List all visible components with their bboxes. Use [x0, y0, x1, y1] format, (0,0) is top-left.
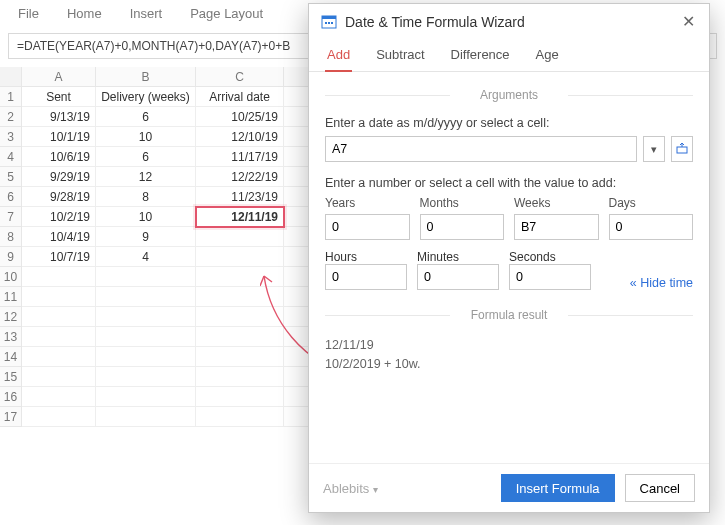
hide-time-link[interactable]: « Hide time [630, 276, 693, 290]
col-header[interactable]: B [96, 67, 196, 87]
cell[interactable]: 10/25/19 [196, 107, 284, 127]
cell[interactable] [96, 327, 196, 347]
ribbon-tab-home[interactable]: Home [67, 6, 102, 21]
cell-picker-button[interactable] [671, 136, 693, 162]
row-header[interactable]: 11 [0, 287, 22, 307]
cell[interactable] [22, 307, 96, 327]
row-header[interactable]: 6 [0, 187, 22, 207]
cell[interactable]: 10/1/19 [22, 127, 96, 147]
col-header[interactable]: C [196, 67, 284, 87]
cell[interactable]: 12/10/19 [196, 127, 284, 147]
row-header[interactable]: 5 [0, 167, 22, 187]
tab-subtract[interactable]: Subtract [374, 41, 426, 71]
cell[interactable] [96, 307, 196, 327]
tab-difference[interactable]: Difference [449, 41, 512, 71]
row-header[interactable]: 17 [0, 407, 22, 427]
svg-rect-2 [325, 22, 327, 24]
seconds-input[interactable] [509, 264, 591, 290]
cell[interactable] [196, 307, 284, 327]
cell[interactable]: Arrival date [196, 87, 284, 107]
row-header[interactable]: 7 [0, 207, 22, 227]
cell[interactable]: 8 [96, 187, 196, 207]
cell[interactable]: 11/17/19 [196, 147, 284, 167]
cell[interactable] [196, 267, 284, 287]
cell[interactable]: 6 [96, 107, 196, 127]
months-input[interactable] [420, 214, 505, 240]
cell[interactable]: 10/2/19 [22, 207, 96, 227]
cell[interactable] [96, 367, 196, 387]
cell[interactable] [196, 367, 284, 387]
cell[interactable]: Sent [22, 87, 96, 107]
cell[interactable] [96, 407, 196, 427]
ribbon-tab-page-layout[interactable]: Page Layout [190, 6, 263, 21]
date-input[interactable] [325, 136, 637, 162]
brand-link[interactable]: Ablebits▾ [323, 481, 491, 496]
cell[interactable]: Delivery (weeks) [96, 87, 196, 107]
row-header[interactable]: 10 [0, 267, 22, 287]
row-header[interactable]: 4 [0, 147, 22, 167]
cell[interactable]: 10/7/19 [22, 247, 96, 267]
cancel-button[interactable]: Cancel [625, 474, 695, 502]
row-header[interactable]: 1 [0, 87, 22, 107]
tab-age[interactable]: Age [534, 41, 561, 71]
cell[interactable] [22, 367, 96, 387]
cell[interactable] [196, 347, 284, 367]
cell[interactable] [196, 387, 284, 407]
cell[interactable]: 4 [96, 247, 196, 267]
row-header[interactable]: 12 [0, 307, 22, 327]
row-header[interactable]: 15 [0, 367, 22, 387]
cell[interactable]: 6 [96, 147, 196, 167]
cell[interactable] [22, 387, 96, 407]
cell[interactable] [22, 347, 96, 367]
close-button[interactable]: ✕ [678, 12, 699, 31]
minutes-input[interactable] [417, 264, 499, 290]
row-header[interactable]: 2 [0, 107, 22, 127]
weeks-input[interactable] [514, 214, 599, 240]
row-header[interactable]: 8 [0, 227, 22, 247]
row-header[interactable]: 9 [0, 247, 22, 267]
cell[interactable] [96, 387, 196, 407]
cell[interactable] [196, 247, 284, 267]
chevron-left-icon: « [630, 276, 637, 290]
ribbon-tab-file[interactable]: File [18, 6, 39, 21]
cell[interactable] [96, 267, 196, 287]
cell[interactable] [22, 267, 96, 287]
section-arguments: Arguments [325, 88, 693, 102]
cell[interactable] [196, 227, 284, 247]
row-header[interactable]: 16 [0, 387, 22, 407]
date-dropdown-button[interactable]: ▾ [643, 136, 665, 162]
label-hours: Hours [325, 250, 357, 264]
cell[interactable]: 12 [96, 167, 196, 187]
cell[interactable] [196, 327, 284, 347]
cell[interactable] [196, 407, 284, 427]
cell[interactable] [22, 287, 96, 307]
ribbon-tab-insert[interactable]: Insert [130, 6, 163, 21]
cell[interactable]: 10/6/19 [22, 147, 96, 167]
selected-cell[interactable]: 12/11/19 [196, 207, 284, 227]
cell[interactable] [22, 327, 96, 347]
cell[interactable]: 9/28/19 [22, 187, 96, 207]
insert-formula-button[interactable]: Insert Formula [501, 474, 615, 502]
cell[interactable] [96, 347, 196, 367]
cell[interactable]: 9/29/19 [22, 167, 96, 187]
col-header[interactable]: A [22, 67, 96, 87]
label-years: Years [325, 196, 410, 210]
row-header[interactable]: 13 [0, 327, 22, 347]
cell[interactable]: 9 [96, 227, 196, 247]
cell[interactable] [96, 287, 196, 307]
cell[interactable]: 11/23/19 [196, 187, 284, 207]
cell[interactable] [196, 287, 284, 307]
cell[interactable]: 10 [96, 127, 196, 147]
row-header[interactable]: 14 [0, 347, 22, 367]
select-all-corner[interactable] [0, 67, 22, 87]
row-header[interactable]: 3 [0, 127, 22, 147]
hours-input[interactable] [325, 264, 407, 290]
cell[interactable]: 12/22/19 [196, 167, 284, 187]
cell[interactable]: 10 [96, 207, 196, 227]
cell[interactable] [22, 407, 96, 427]
years-input[interactable] [325, 214, 410, 240]
cell[interactable]: 10/4/19 [22, 227, 96, 247]
tab-add[interactable]: Add [325, 41, 352, 72]
days-input[interactable] [609, 214, 694, 240]
cell[interactable]: 9/13/19 [22, 107, 96, 127]
